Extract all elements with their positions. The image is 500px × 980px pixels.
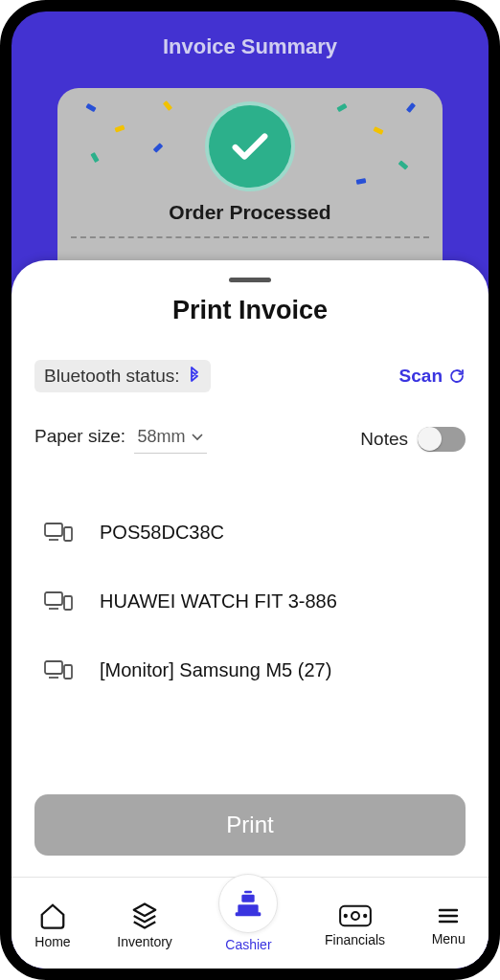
paper-size-select[interactable]: 58mm: [134, 425, 207, 454]
svg-rect-3: [45, 592, 62, 605]
devices-icon: [44, 590, 73, 612]
nav-label: Menu: [432, 931, 466, 947]
svg-point-15: [344, 914, 346, 916]
nav-label: Financials: [325, 932, 385, 947]
svg-rect-10: [242, 894, 255, 902]
success-check-icon: [209, 105, 291, 188]
printer-device-item[interactable]: [Monitor] Samsung M5 (27): [34, 635, 466, 704]
print-button[interactable]: Print: [34, 794, 466, 856]
printer-device-list: POS58DC38C HUAWEI WATCH FIT 3-886 [Monit…: [34, 498, 466, 789]
scan-button[interactable]: Scan: [399, 366, 466, 387]
nav-cashier[interactable]: Cashier: [218, 874, 278, 952]
bluetooth-status-pill: Bluetooth status:: [34, 360, 211, 392]
layers-icon: [130, 902, 159, 930]
notes-label: Notes: [360, 429, 408, 450]
cash-register-icon: [233, 888, 263, 919]
device-name: [Monitor] Samsung M5 (27): [100, 659, 331, 681]
printer-device-item[interactable]: POS58DC38C: [34, 498, 466, 567]
home-icon: [38, 902, 67, 930]
nav-label: Home: [34, 934, 70, 949]
svg-rect-12: [236, 912, 261, 916]
money-icon: [339, 903, 372, 928]
paper-size-value: 58mm: [138, 427, 186, 447]
svg-rect-11: [244, 890, 252, 893]
nav-label: Inventory: [117, 934, 172, 949]
menu-icon: [435, 904, 462, 927]
devices-icon: [44, 521, 73, 544]
scan-label: Scan: [399, 366, 443, 387]
sheet-title: Print Invoice: [34, 296, 466, 325]
nav-financials[interactable]: Financials: [325, 903, 385, 947]
refresh-icon: [448, 368, 466, 385]
page-title: Invoice Summary: [11, 11, 489, 59]
svg-rect-4: [64, 596, 72, 610]
printer-device-item[interactable]: HUAWEI WATCH FIT 3-886: [34, 567, 466, 635]
paper-size-label: Paper size:: [34, 426, 125, 446]
notes-toggle[interactable]: [418, 427, 466, 452]
svg-rect-7: [64, 665, 72, 679]
svg-point-16: [364, 914, 366, 916]
device-name: HUAWEI WATCH FIT 3-886: [100, 590, 337, 612]
nav-menu[interactable]: Menu: [432, 904, 466, 947]
device-name: POS58DC38C: [100, 522, 224, 544]
svg-rect-1: [64, 527, 72, 541]
device-frame: Invoice Summary Order Processed Print In…: [0, 0, 500, 980]
print-bottom-sheet: Print Invoice Bluetooth status: Scan Pap…: [11, 260, 489, 969]
print-button-label: Print: [226, 812, 273, 838]
nav-label: Cashier: [225, 937, 271, 952]
bluetooth-status-label: Bluetooth status:: [44, 366, 180, 387]
svg-rect-6: [45, 661, 62, 674]
nav-inventory[interactable]: Inventory: [117, 902, 172, 949]
nav-home[interactable]: Home: [34, 902, 70, 949]
chevron-down-icon: [192, 434, 203, 441]
bluetooth-icon: [188, 367, 201, 386]
bottom-nav: Home Inventory Cashier Financials: [11, 877, 489, 969]
devices-icon: [44, 658, 73, 681]
order-status-text: Order Processed: [57, 201, 443, 224]
svg-point-14: [352, 912, 359, 920]
svg-rect-0: [45, 523, 62, 536]
svg-rect-9: [239, 904, 259, 913]
sheet-drag-handle[interactable]: [229, 278, 271, 282]
